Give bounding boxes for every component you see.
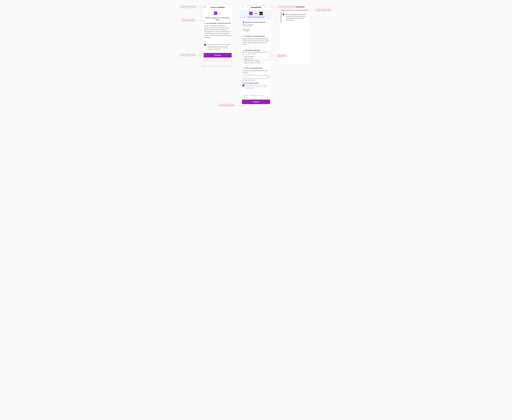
- requested-info-row[interactable]: ● Informações solicitadas Ao ser redirec…: [243, 49, 269, 55]
- auto-renew-body: Antes de expirar, os dados serão renovad…: [245, 84, 269, 89]
- period-value: 12 meses: [244, 76, 249, 78]
- requester-company: Empresa do Ricardo: [243, 24, 269, 25]
- info-items-list: Dados cadastrais Dados da conta Dados de…: [244, 56, 269, 63]
- connect-text: ACME se conecta à sua conta usando a Bel…: [204, 17, 231, 21]
- requester-heading: Solicitante do compartilhamento: [245, 22, 265, 23]
- annotation-color-primary-base-1: --color-primary-base: [179, 54, 196, 56]
- list-item: Dados de operação de crédito: [244, 62, 269, 63]
- belvo-logo-icon: belvo.: [253, 12, 259, 15]
- requester-person-id: ***.456.789-**: [243, 30, 269, 32]
- list-item: Dados de cartões de crédito: [244, 60, 269, 61]
- privacy-heading: Sua privacidade é importante para nós: [206, 22, 231, 24]
- progress-indicator: [279, 9, 310, 11]
- terms-checkbox[interactable]: ✓: [204, 44, 206, 46]
- processing-info-box: i Estamos processando sua solicitação e …: [281, 12, 308, 22]
- auto-renew-title: Ativar renovação automática: [243, 82, 269, 84]
- requester-person: Ricardo Silva: [243, 29, 269, 30]
- back-button[interactable]: [242, 6, 244, 8]
- lock-icon: 🔒: [204, 22, 206, 24]
- purpose-body: Soluções financeiras personalizadas ofer…: [243, 38, 269, 46]
- period-select[interactable]: Período 12 meses: [243, 75, 269, 79]
- terms-consent-text: Li e aceito os Termos da Política de Pri…: [207, 44, 231, 50]
- annotation-color-primary-base-4: --color-primary-base: [315, 9, 331, 11]
- screen-terms: Termos e Condições ✦ b. ACME se conecta …: [202, 5, 233, 59]
- continue-button[interactable]: Continuar: [204, 53, 232, 58]
- annotation-nav-title-color: --nav-bar-title-color: [278, 6, 296, 8]
- belvo-logo-icon: b.: [218, 12, 221, 15]
- back-button[interactable]: [204, 6, 206, 8]
- calendar-icon: ▭: [243, 67, 244, 69]
- itau-logo-icon: itaú: [259, 12, 263, 15]
- info-filled-icon: ●: [243, 49, 244, 51]
- info-heading: Informações solicitadas: [245, 49, 260, 51]
- annotation-purpose: {{purpose}}: [277, 54, 287, 57]
- privacy-body: Na Belvo, valorizamos a transparência e …: [204, 25, 231, 38]
- requester-company-id: 12.***.***/****-10: [243, 26, 269, 27]
- learn-more-link[interactable]: Saiba mais sobre Banco Itaú: [248, 16, 264, 18]
- screen-consent: Consentimento ✦ belvo. itaú Saiba mais s…: [240, 5, 272, 106]
- annotation-company-name: {{company_name}}: [182, 19, 195, 22]
- list-item: Dados cadastrais: [244, 56, 269, 57]
- person-icon: 👤: [243, 21, 244, 23]
- check-badge-icon: ✔: [243, 35, 244, 37]
- info-icon: i: [283, 13, 284, 15]
- nav-title: Consentimento: [244, 7, 268, 8]
- auto-renew-checkbox[interactable]: ✓: [243, 84, 244, 86]
- annotation-nav-icon-color: --nav-bar-icon-color: [180, 6, 196, 8]
- footer-note: Ao continuar, você está aceitando os ter…: [241, 93, 271, 99]
- period-until: Até 26 de Janeiro de 2024: [243, 80, 269, 81]
- chevron-down-icon: [267, 77, 268, 77]
- acme-logo-icon: ✦: [249, 12, 253, 15]
- chevron-right-icon: ›: [269, 50, 269, 52]
- period-label: Período: [244, 74, 248, 75]
- annotation-color-primary-base-2: --color-primary-base: [218, 104, 234, 106]
- period-intro: Você estará compartilhando os seus dados…: [243, 70, 269, 74]
- info-sub: Ao ser redirecionado você só precisa val…: [243, 51, 268, 55]
- list-item: Dados da conta: [244, 58, 269, 60]
- nav-title: Termos e Condições: [206, 7, 229, 8]
- purpose-heading: Propósito do compartilhamento: [245, 36, 265, 37]
- period-heading: Prazo de compartilhamento: [245, 67, 262, 69]
- continue-button[interactable]: Continuar: [242, 99, 270, 104]
- acme-logo-icon: ✦: [214, 12, 217, 15]
- processing-text: Estamos processando sua solicitação e em…: [286, 13, 306, 21]
